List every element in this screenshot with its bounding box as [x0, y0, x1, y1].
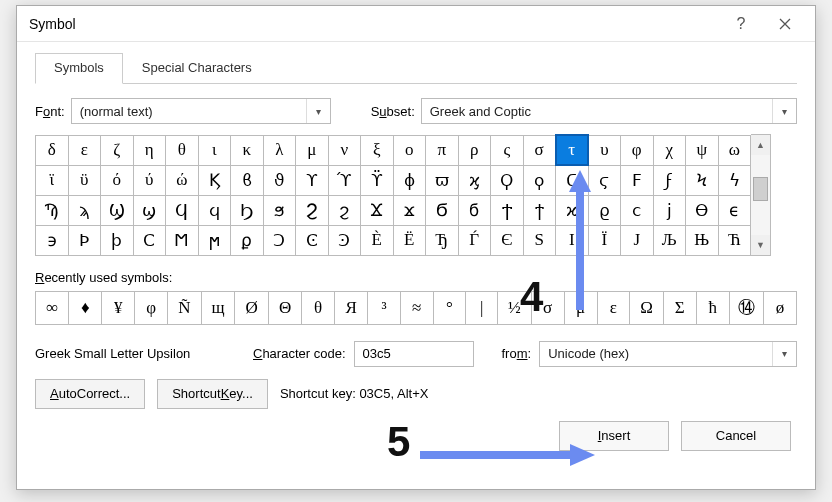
symbol-cell[interactable]: Ϡ	[36, 195, 69, 225]
symbol-cell[interactable]: ς	[491, 135, 524, 165]
symbol-cell[interactable]: ϻ	[198, 225, 231, 255]
symbol-cell[interactable]: Ͽ	[328, 225, 361, 255]
recent-cell[interactable]: φ	[135, 291, 168, 324]
recent-cell[interactable]: θ	[302, 291, 335, 324]
symbol-cell[interactable]: Ϙ	[491, 165, 524, 195]
symbol-cell[interactable]: ι	[198, 135, 231, 165]
chevron-down-icon[interactable]: ▾	[772, 99, 796, 123]
symbol-cell[interactable]: τ	[556, 135, 589, 165]
recent-cell[interactable]: σ	[531, 291, 564, 324]
recent-cell[interactable]: щ	[201, 291, 235, 324]
symbol-cell[interactable]: ϟ	[718, 165, 751, 195]
symbol-cell[interactable]: ζ	[101, 135, 134, 165]
symbol-cell[interactable]: ϭ	[458, 195, 491, 225]
symbol-cell[interactable]: Ѓ	[458, 225, 491, 255]
tab-special-characters[interactable]: Special Characters	[123, 53, 271, 84]
symbol-cell[interactable]: ϒ	[296, 165, 329, 195]
symbol-cell[interactable]: Ѐ	[361, 225, 394, 255]
font-combo[interactable]: (normal text) ▾	[71, 98, 331, 124]
symbol-cell[interactable]: ϣ	[133, 195, 166, 225]
recent-cell[interactable]: Θ	[268, 291, 301, 324]
symbol-cell[interactable]: υ	[588, 135, 621, 165]
symbol-cell[interactable]: Ђ	[426, 225, 459, 255]
symbol-cell[interactable]: Ј	[621, 225, 654, 255]
symbol-cell[interactable]: Ͻ	[263, 225, 296, 255]
symbol-cell[interactable]: ϸ	[101, 225, 134, 255]
recent-cell[interactable]: ≈	[400, 291, 433, 324]
shortcut-key-button[interactable]: Shortcut Key...	[157, 379, 268, 409]
symbol-cell[interactable]: ϐ	[231, 165, 264, 195]
symbol-cell[interactable]: ύ	[133, 165, 166, 195]
recent-cell[interactable]: Ω	[630, 291, 664, 324]
cancel-button[interactable]: Cancel	[681, 421, 791, 451]
symbol-cell[interactable]: ϑ	[263, 165, 296, 195]
symbol-cell[interactable]: Ͼ	[296, 225, 329, 255]
symbol-cell[interactable]: ώ	[166, 165, 199, 195]
symbol-cell[interactable]: ϕ	[393, 165, 426, 195]
symbol-cell[interactable]: ϙ	[523, 165, 556, 195]
symbol-cell[interactable]: ε	[68, 135, 101, 165]
recent-cell[interactable]: |	[466, 291, 498, 324]
symbol-cell[interactable]: Љ	[653, 225, 686, 255]
symbol-cell[interactable]: І	[556, 225, 589, 255]
symbol-cell[interactable]: ϋ	[68, 165, 101, 195]
symbol-cell[interactable]: Ϩ	[296, 195, 329, 225]
symbol-cell[interactable]: δ	[36, 135, 69, 165]
symbol-cell[interactable]: Є	[491, 225, 524, 255]
symbol-cell[interactable]: Ї	[588, 225, 621, 255]
symbol-cell[interactable]: Ϯ	[491, 195, 524, 225]
symbol-cell[interactable]: π	[426, 135, 459, 165]
symbol-cell[interactable]: μ	[296, 135, 329, 165]
symbol-cell[interactable]: ϲ	[621, 195, 654, 225]
help-button[interactable]: ?	[719, 8, 763, 40]
scroll-down-icon[interactable]: ▼	[751, 235, 770, 255]
titlebar[interactable]: Symbol ?	[17, 6, 815, 42]
symbol-cell[interactable]: ϊ	[36, 165, 69, 195]
symbol-cell[interactable]: ϥ	[198, 195, 231, 225]
symbol-cell[interactable]: Ϣ	[101, 195, 134, 225]
recent-cell[interactable]: Я	[335, 291, 368, 324]
from-combo[interactable]: Unicode (hex) ▾	[539, 341, 797, 367]
symbol-cell[interactable]: ϵ	[718, 195, 751, 225]
symbol-cell[interactable]: ϯ	[523, 195, 556, 225]
symbol-cell[interactable]: ϼ	[231, 225, 264, 255]
chevron-down-icon[interactable]: ▾	[772, 342, 796, 366]
symbol-cell[interactable]: ϱ	[588, 195, 621, 225]
symbol-cell[interactable]: ϔ	[361, 165, 394, 195]
insert-button[interactable]: Insert	[559, 421, 669, 451]
symbol-cell[interactable]: σ	[523, 135, 556, 165]
symbol-cell[interactable]: ϝ	[653, 165, 686, 195]
symbol-cell[interactable]: ψ	[686, 135, 719, 165]
symbol-cell[interactable]: ϗ	[458, 165, 491, 195]
symbol-cell[interactable]: ϴ	[686, 195, 719, 225]
recent-cell[interactable]: ø	[763, 291, 796, 324]
symbol-cell[interactable]: Ϧ	[231, 195, 264, 225]
grid-scrollbar[interactable]: ▲ ▼	[751, 134, 771, 256]
symbol-cell[interactable]: Ϲ	[133, 225, 166, 255]
recent-cell[interactable]: ⑭	[729, 291, 763, 324]
subset-combo[interactable]: Greek and Coptic ▾	[421, 98, 797, 124]
charcode-input[interactable]	[354, 341, 474, 367]
symbol-cell[interactable]: χ	[653, 135, 686, 165]
tab-symbols[interactable]: Symbols	[35, 53, 123, 84]
symbol-cell[interactable]: φ	[621, 135, 654, 165]
symbol-cell[interactable]: ϶	[36, 225, 69, 255]
recent-cell[interactable]: ¥	[102, 291, 135, 324]
recent-cell[interactable]: Σ	[663, 291, 696, 324]
recent-cell[interactable]: ħ	[696, 291, 729, 324]
symbol-cell[interactable]: λ	[263, 135, 296, 165]
symbol-cell[interactable]: Ϗ	[198, 165, 231, 195]
symbol-cell[interactable]: ϖ	[426, 165, 459, 195]
symbol-cell[interactable]: ω	[718, 135, 751, 165]
symbol-cell[interactable]: ν	[328, 135, 361, 165]
symbol-cell[interactable]: ξ	[361, 135, 394, 165]
recent-cell[interactable]: μ	[564, 291, 597, 324]
symbol-cell[interactable]: Ϥ	[166, 195, 199, 225]
recent-cell[interactable]: Ñ	[168, 291, 201, 324]
recent-cell[interactable]: °	[433, 291, 466, 324]
symbol-cell[interactable]: θ	[166, 135, 199, 165]
symbol-cell[interactable]: η	[133, 135, 166, 165]
symbol-cell[interactable]: Ϭ	[426, 195, 459, 225]
recent-cell[interactable]: ∞	[36, 291, 69, 324]
symbol-cell[interactable]: ο	[393, 135, 426, 165]
